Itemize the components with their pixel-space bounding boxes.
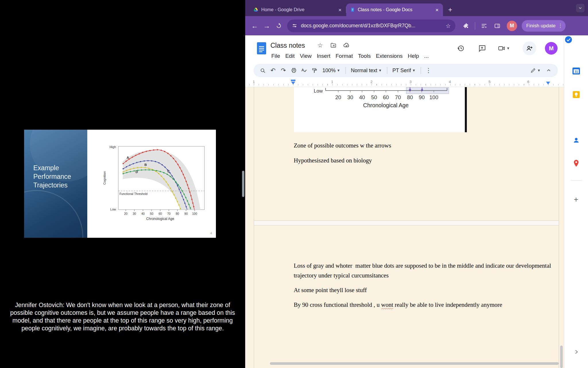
first-line-indent-marker[interactable] <box>291 80 295 81</box>
slide-number: 4 <box>210 232 212 235</box>
y-high-label: High <box>109 145 116 149</box>
menu-file[interactable]: File <box>269 52 283 60</box>
menu-view[interactable]: View <box>297 52 314 60</box>
cloud-saved-icon <box>343 42 350 49</box>
forward-icon: → <box>263 22 270 30</box>
contacts-button[interactable] <box>571 135 581 145</box>
maps-button[interactable] <box>571 158 581 168</box>
menu-help[interactable]: Help <box>405 52 421 60</box>
keep-button[interactable] <box>571 90 581 99</box>
paragraph[interactable]: Zone of possible outcomes w the arrows <box>294 141 558 150</box>
star-document-button[interactable]: ☆ <box>316 42 324 49</box>
undo-button[interactable]: ↶ <box>268 65 278 76</box>
calendar-button[interactable]: 31 <box>571 66 581 76</box>
spelling-check-button[interactable]: A <box>299 65 309 76</box>
browser-profile-avatar[interactable]: M <box>507 21 517 31</box>
tab-close-icon[interactable]: × <box>434 7 440 13</box>
tab-search-button[interactable] <box>576 4 585 12</box>
get-add-ons-button[interactable]: + <box>571 195 581 204</box>
share-button[interactable] <box>523 41 536 55</box>
horizontal-scrollbar[interactable] <box>270 362 559 365</box>
reload-button[interactable] <box>273 20 285 32</box>
zoom-select[interactable]: 100% ▼ <box>320 66 343 75</box>
toolbar-overflow-button[interactable]: ⋮ <box>423 65 434 76</box>
docs-header: Class notes ☆ <box>245 35 564 87</box>
redo-button[interactable]: ↷ <box>278 65 289 76</box>
ruler: 1 1 2 3 4 5 6 <box>245 79 564 87</box>
zoom-value: 100% <box>322 68 336 74</box>
inline-chart-image[interactable]: Low 20 30 40 50 60 70 80 90 100 Chronolo… <box>294 87 467 132</box>
tasks-button[interactable] <box>564 35 588 45</box>
paragraph[interactable]: At some point theyll lose stuff <box>294 285 558 295</box>
back-button[interactable]: ← <box>249 20 261 32</box>
reload-icon <box>276 23 282 29</box>
redo-icon: ↷ <box>281 67 286 74</box>
toolbar-divider <box>345 67 346 74</box>
hide-side-panel-button[interactable] <box>571 347 581 357</box>
tab-class-notes[interactable]: Class notes - Google Docs × <box>346 3 443 16</box>
paragraph[interactable]: Hypothesiszed based on biology <box>294 156 558 165</box>
left-indent-marker[interactable] <box>291 82 295 85</box>
curve-c-label: C <box>167 170 170 173</box>
menu-insert[interactable]: Insert <box>314 52 333 60</box>
docs-header-actions: ▼ M <box>455 41 558 55</box>
bookmark-star-icon[interactable]: ☆ <box>446 22 451 29</box>
paragraph[interactable]: By 90 cross functional threshold , u won… <box>294 300 558 310</box>
svg-text:70: 70 <box>395 94 401 100</box>
menu-tools[interactable]: Tools <box>355 52 373 60</box>
media-queue-button[interactable] <box>479 20 490 31</box>
svg-text:70: 70 <box>167 212 171 215</box>
document-status-button[interactable] <box>343 42 350 49</box>
svg-text:A: A <box>301 68 304 72</box>
curve-d-label: D <box>136 170 138 174</box>
svg-text:50: 50 <box>371 94 377 100</box>
doc-title-row: Class notes ☆ <box>270 41 350 50</box>
menu-edit[interactable]: Edit <box>283 52 297 60</box>
move-to-folder-button[interactable] <box>330 42 337 49</box>
menu-format[interactable]: Format <box>333 52 355 60</box>
y-axis-label: Cognition <box>103 171 106 185</box>
svg-text:30: 30 <box>347 94 353 100</box>
docs-account-avatar[interactable]: M <box>545 42 558 55</box>
pane-resize-handle[interactable] <box>242 171 244 197</box>
svg-text:90: 90 <box>184 212 188 215</box>
video-player[interactable]: Example Performance Trajectories <box>0 0 245 368</box>
document-canvas[interactable]: Low 20 30 40 50 60 70 80 90 100 Chronolo… <box>245 87 564 368</box>
side-panel-button[interactable] <box>492 20 503 31</box>
meet-button[interactable]: ▼ <box>496 42 512 54</box>
screen: Example Performance Trajectories <box>0 0 588 368</box>
tab-close-icon[interactable]: × <box>337 7 343 13</box>
y-low-label: Low <box>110 208 116 211</box>
editing-mode-select[interactable]: ▼ <box>527 66 543 75</box>
menu-extensions[interactable]: Extensions <box>373 52 405 60</box>
address-bar[interactable]: docs.google.com/document/d/1vz8rDXFBqrR7… <box>287 20 455 32</box>
menu-overflow[interactable]: ... <box>421 52 431 60</box>
new-tab-button[interactable]: + <box>445 5 455 15</box>
paragraph[interactable]: Loss of gray and whoter matter blue dots… <box>294 261 558 280</box>
svg-text:60: 60 <box>158 212 162 215</box>
chevron-down-icon <box>578 6 583 10</box>
comments-button[interactable] <box>476 42 488 54</box>
paint-format-button[interactable] <box>309 65 320 76</box>
search-menus-button[interactable] <box>258 65 268 76</box>
comment-add-icon <box>478 44 486 52</box>
tab-google-drive[interactable]: Home - Google Drive × <box>249 3 346 16</box>
person-add-icon <box>526 45 533 52</box>
browser-menu-icon[interactable]: ⋮ <box>558 23 563 29</box>
extensions-button[interactable] <box>461 20 471 31</box>
finish-update-button[interactable]: Finish update ⋮ <box>522 20 566 32</box>
print-button[interactable] <box>289 65 299 76</box>
svg-text:20: 20 <box>335 94 341 100</box>
version-history-button[interactable] <box>455 42 467 54</box>
slide-title: Example Performance Trajectories <box>33 164 76 189</box>
doc-title[interactable]: Class notes <box>270 42 305 49</box>
right-indent-marker[interactable] <box>546 82 550 85</box>
hide-menus-button[interactable] <box>543 65 554 76</box>
tab-title: Class notes - Google Docs <box>358 7 432 12</box>
forward-button[interactable]: → <box>261 20 273 32</box>
font-select[interactable]: PT Serif ▼ <box>390 66 419 75</box>
svg-text:90: 90 <box>419 94 425 100</box>
contacts-icon <box>572 136 581 145</box>
vertical-scrollbar[interactable] <box>560 346 563 368</box>
paragraph-style-select[interactable]: Normal text ▼ <box>348 66 385 75</box>
